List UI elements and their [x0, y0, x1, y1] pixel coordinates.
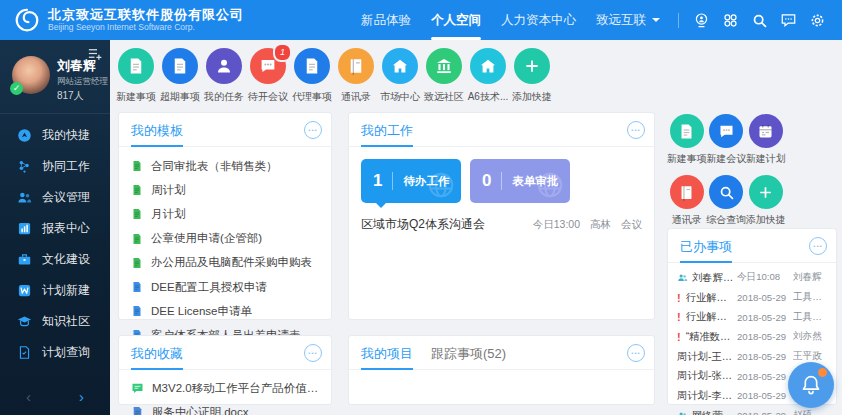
- quick-action-item[interactable]: 新建计划: [746, 114, 786, 166]
- projects-tab[interactable]: 跟踪事项(52): [431, 345, 506, 370]
- shortcut-icon: [162, 48, 198, 84]
- top-nav-item[interactable]: 致远互联: [586, 0, 670, 40]
- my-templates-card: 我的模板 合同审批表（非销售类） 周计划 月计划 公章使用申请(企管部): [118, 112, 332, 320]
- app-grid-icon[interactable]: [722, 12, 739, 29]
- done-item-date: 2018-05-29: [737, 312, 793, 323]
- done-item-date: 2018-05-29: [737, 351, 793, 362]
- settings-gear-icon[interactable]: [809, 12, 826, 29]
- shortcut-item[interactable]: 致远社区: [422, 48, 466, 104]
- projects-tab[interactable]: 我的项目: [361, 345, 413, 370]
- favorite-item[interactable]: M3V2.0移动工作平台产品价值文档: [131, 376, 319, 400]
- shortcut-icon: [294, 48, 330, 84]
- shortcut-item[interactable]: 添加快捷: [510, 48, 554, 104]
- work-stat-tile[interactable]: 0 表单审批: [470, 159, 570, 203]
- more-button[interactable]: [627, 121, 645, 139]
- template-item[interactable]: 周计划: [131, 178, 319, 202]
- quick-action-item[interactable]: 通讯录: [667, 175, 707, 227]
- quick-action-item[interactable]: 添加快捷: [746, 175, 786, 227]
- template-label: 月计划: [151, 207, 186, 222]
- seeyon-swirl-icon: [14, 7, 40, 33]
- shortcut-row: 新建事项 超期事项 我的任务 1 待开会议: [114, 48, 554, 104]
- done-item-row[interactable]: 刘春辉-北... 今日10:08 刘春辉: [677, 268, 827, 288]
- sidebar-menu-label: 会议管理: [42, 189, 90, 206]
- template-item[interactable]: 公章使用申请(企管部): [131, 227, 319, 251]
- sidebar-menu-item[interactable]: 计划查询: [0, 337, 110, 368]
- shortcut-item[interactable]: 1 待开会议: [246, 48, 290, 104]
- done-item-person: 刘亦然: [793, 330, 827, 343]
- quick-action-item[interactable]: 新建会议: [707, 114, 747, 166]
- work-stat-tile[interactable]: 1 待办工作: [361, 159, 461, 203]
- message-icon[interactable]: [780, 12, 797, 29]
- quick-action-icon: [749, 114, 783, 148]
- done-item-person: 工具发布.: [793, 311, 827, 324]
- done-item-title: 刘春辉-北...: [692, 271, 734, 285]
- org-list-icon[interactable]: [87, 46, 102, 61]
- file-icon: [131, 382, 144, 395]
- shortcut-icon: [118, 48, 154, 84]
- top-nav-item[interactable]: 个人空间: [421, 0, 491, 40]
- done-item-date: 今日10:08: [737, 271, 793, 284]
- bell-icon: [800, 374, 822, 396]
- done-item-person: 赵硕: [793, 409, 827, 415]
- shortcut-item[interactable]: A6技术...: [466, 48, 510, 104]
- sidebar-menu-item[interactable]: 报表中心: [0, 213, 110, 244]
- shortcut-item[interactable]: 代理事项: [290, 48, 334, 104]
- top-nav-item[interactable]: 人力资本中心: [491, 0, 586, 40]
- more-button[interactable]: [304, 344, 322, 362]
- done-item-row[interactable]: 行业解决方... 2018-05-29 工具发布.: [677, 307, 827, 327]
- meeting-row[interactable]: 区域市场Q2体系沟通会 今日13:00 高林 会议: [349, 211, 654, 238]
- sidebar-menu-icon: [17, 345, 32, 360]
- shortcut-item[interactable]: 超期事项: [158, 48, 202, 104]
- template-item[interactable]: 合同审批表（非销售类）: [131, 154, 319, 178]
- avatar[interactable]: ✓: [12, 56, 50, 94]
- done-item-date: 2018-05-29: [737, 331, 793, 342]
- search-icon[interactable]: [751, 12, 768, 29]
- template-item[interactable]: DEE配置工具授权申请: [131, 275, 319, 299]
- quick-action-item[interactable]: 综合查询: [707, 175, 747, 227]
- done-item-row[interactable]: “精准数据... 2018-05-29 刘亦然: [677, 327, 827, 347]
- done-item-row[interactable]: 行业解决方... 2018-05-29 工具发布.: [677, 288, 827, 308]
- sidebar-prev-arrow[interactable]: ‹: [26, 388, 31, 405]
- meeting-time: 今日13:00: [533, 218, 580, 232]
- doc-icon: [131, 257, 143, 269]
- sidebar-menu-item[interactable]: 知识社区: [0, 306, 110, 337]
- done-item-title: 行业解决方...: [686, 310, 734, 324]
- shortcut-item[interactable]: 市场中心: [378, 48, 422, 104]
- sidebar-menu-item[interactable]: 我的快捷: [0, 120, 110, 151]
- more-button[interactable]: [809, 237, 827, 255]
- done-item-title: 周计划-张微-...: [677, 369, 734, 383]
- sidebar-menu-item[interactable]: 计划新建: [0, 275, 110, 306]
- company-logo[interactable]: 北京致远互联软件股份有限公司 Beijing Seeyon Internet S…: [14, 7, 244, 33]
- doc-icon: [131, 281, 143, 293]
- sidebar-menu-item[interactable]: 文化建设: [0, 244, 110, 275]
- card-title-done[interactable]: 已办事项: [680, 238, 732, 263]
- member-locate-icon[interactable]: [693, 12, 710, 29]
- top-nav: 新品体验 个人空间 人力资本中心 致远互联: [351, 0, 670, 40]
- more-button[interactable]: [627, 344, 645, 362]
- shortcut-item[interactable]: 通讯录: [334, 48, 378, 104]
- template-item[interactable]: 月计划: [131, 202, 319, 226]
- top-nav-item[interactable]: 新品体验: [351, 0, 421, 40]
- shortcut-item[interactable]: 我的任务: [202, 48, 246, 104]
- card-title-templates[interactable]: 我的模板: [131, 122, 183, 147]
- done-item-date: 2018-05-29: [737, 371, 793, 382]
- quick-action-item[interactable]: 新建事项: [667, 114, 707, 166]
- sidebar-menu-item[interactable]: 协同工作: [0, 151, 110, 182]
- quick-action-label: 综合查询: [706, 213, 746, 227]
- shortcut-label: 致远社区: [424, 90, 464, 104]
- sidebar-next-arrow[interactable]: ›: [79, 388, 84, 405]
- shortcut-icon: [426, 48, 462, 84]
- sidebar-menu-item[interactable]: 会议管理: [0, 182, 110, 213]
- template-label: 公章使用申请(企管部): [151, 231, 262, 246]
- more-button[interactable]: [304, 121, 322, 139]
- shortcut-item[interactable]: 新建事项: [114, 48, 158, 104]
- notification-bell-button[interactable]: [788, 362, 834, 408]
- template-item[interactable]: DEE License申请单: [131, 299, 319, 323]
- quick-action-icon: [670, 175, 704, 209]
- card-title-work[interactable]: 我的工作: [361, 122, 413, 147]
- card-title-favorites[interactable]: 我的收藏: [131, 345, 183, 370]
- favorite-item[interactable]: 服务中心证明.docx: [131, 400, 319, 415]
- sidebar-menu-label: 知识社区: [42, 313, 90, 330]
- sidebar-menu-icon: [17, 221, 32, 236]
- template-item[interactable]: 办公用品及电脑配件采购申购表: [131, 251, 319, 275]
